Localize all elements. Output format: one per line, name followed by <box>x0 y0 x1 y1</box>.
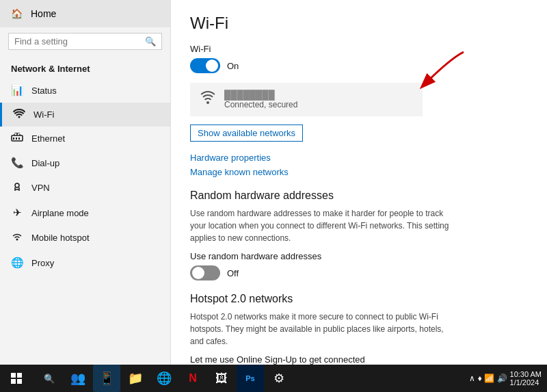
sidebar: 🏠 Home 🔍 Network & Internet 📊 Status Wi-… <box>0 0 171 392</box>
sidebar-item-label: Airplane mode <box>31 208 89 218</box>
sidebar-item-label: Status <box>31 86 57 96</box>
svg-point-9 <box>15 183 19 187</box>
sidebar-item-airplane[interactable]: ✈ Airplane mode <box>0 200 170 225</box>
sidebar-item-dialup[interactable]: 📞 Dial-up <box>0 151 170 175</box>
sidebar-item-label: VPN <box>31 183 50 193</box>
network-section: ████████ Connected, secured <box>190 83 423 120</box>
wifi-icon <box>13 109 25 120</box>
network-info: ████████ Connected, secured <box>224 90 297 109</box>
sidebar-item-label: Proxy <box>31 258 54 268</box>
network-status: Connected, secured <box>224 100 297 109</box>
sidebar-item-vpn[interactable]: VPN <box>0 175 170 200</box>
sidebar-section-label: Network & Internet <box>0 55 170 78</box>
taskbar-phone-icon[interactable]: 📱 <box>93 365 120 392</box>
svg-rect-2 <box>16 138 17 140</box>
ethernet-icon <box>11 133 23 144</box>
sidebar-item-label: Dial-up <box>31 158 59 168</box>
wifi-toggle-label: On <box>227 61 239 71</box>
taskbar-search-icon[interactable]: 🔍 <box>36 365 63 392</box>
taskbar-edge-icon[interactable]: 🌐 <box>150 365 178 392</box>
tray-icons: ∧ ♦ 📶 🔊 <box>469 374 507 383</box>
svg-rect-3 <box>18 138 20 140</box>
sidebar-item-wifi[interactable]: Wi-Fi <box>0 103 170 127</box>
taskbar-teams-icon[interactable]: 👥 <box>64 365 92 392</box>
show-networks-button[interactable]: Show available networks <box>190 125 303 142</box>
hotspot-icon <box>11 231 23 244</box>
tray-clock: 10:30 AM1/1/2024 <box>510 370 542 387</box>
sidebar-item-status[interactable]: 📊 Status <box>0 78 170 103</box>
hardware-properties-link[interactable]: Hardware properties <box>190 153 528 163</box>
connected-network-box: ████████ Connected, secured <box>190 83 423 116</box>
page-title: Wi-Fi <box>190 14 528 33</box>
random-hw-toggle-label: Off <box>227 268 239 278</box>
random-hw-knob <box>192 267 204 279</box>
home-label: Home <box>31 8 56 19</box>
random-hw-heading: Random hardware addresses <box>190 190 528 202</box>
taskbar-settings-icon[interactable]: ⚙ <box>265 365 293 392</box>
connected-wifi-icon <box>198 90 217 109</box>
search-icon: 🔍 <box>145 36 156 47</box>
wifi-toggle-row: On <box>190 58 528 73</box>
start-button[interactable] <box>0 365 33 392</box>
random-hw-desc: Use random hardware addresses to make it… <box>190 207 450 244</box>
airplane-icon: ✈ <box>11 207 23 219</box>
sidebar-item-proxy[interactable]: 🌐 Proxy <box>0 250 170 275</box>
sidebar-item-label: Mobile hotspot <box>31 233 90 243</box>
taskbar-netflix-icon[interactable]: N <box>179 365 206 392</box>
random-hw-toggle[interactable] <box>190 265 220 280</box>
taskbar-icons: 🔍 👥 📱 📁 🌐 N 🖼 Ps ⚙ <box>33 365 295 392</box>
svg-point-10 <box>16 239 18 241</box>
toggle-knob <box>206 60 218 72</box>
home-icon: 🏠 <box>11 8 23 19</box>
search-input[interactable] <box>14 36 145 47</box>
search-box: 🔍 <box>8 33 162 50</box>
taskbar-folder-icon[interactable]: 📁 <box>122 365 149 392</box>
sidebar-item-label: Wi-Fi <box>34 109 54 120</box>
wifi-section-label: Wi-Fi <box>190 44 528 54</box>
proxy-icon: 🌐 <box>11 257 23 269</box>
hotspot-sub-label: Let me use Online Sign-Up to get connect… <box>190 354 528 365</box>
sidebar-home[interactable]: 🏠 Home <box>0 0 170 27</box>
random-hw-field-label: Use random hardware addresses <box>190 251 528 261</box>
hotspot-heading: Hotspot 2.0 networks <box>190 293 528 305</box>
taskbar: 🔍 👥 📱 📁 🌐 N 🖼 Ps ⚙ ∧ ♦ 📶 🔊 10:30 AM1/1/2… <box>0 365 547 392</box>
network-name: ████████ <box>224 90 297 100</box>
sidebar-item-hotspot[interactable]: Mobile hotspot <box>0 225 170 250</box>
hotspot-desc: Hotspot 2.0 networks make it more secure… <box>190 311 450 348</box>
taskbar-photos-icon[interactable]: 🖼 <box>208 365 235 392</box>
vpn-icon <box>11 181 23 194</box>
wifi-toggle[interactable] <box>190 58 220 73</box>
main-content: Wi-Fi Wi-Fi On ███████ <box>171 0 547 392</box>
manage-known-networks-link[interactable]: Manage known networks <box>190 167 528 177</box>
status-icon: 📊 <box>11 84 23 96</box>
sidebar-item-label: Ethernet <box>31 133 65 144</box>
taskbar-ps-icon[interactable]: Ps <box>237 365 264 392</box>
dialup-icon: 📞 <box>11 157 23 169</box>
taskbar-tray: ∧ ♦ 📶 🔊 10:30 AM1/1/2024 <box>469 370 547 387</box>
sidebar-item-ethernet[interactable]: Ethernet <box>0 127 170 151</box>
svg-rect-1 <box>13 138 14 140</box>
show-networks-section: Show available networks <box>190 125 528 147</box>
random-hw-toggle-row: Off <box>190 265 528 280</box>
